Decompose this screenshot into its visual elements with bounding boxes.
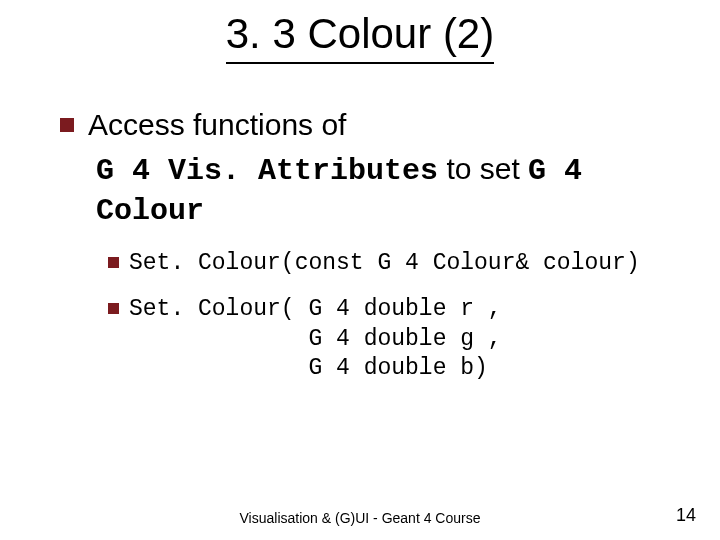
slide-body: Access functions of G 4 Vis. Attributes … <box>0 64 720 384</box>
bullet-l1-cont-plain: to set <box>438 152 528 185</box>
bullet-l1: Access functions of <box>60 106 670 144</box>
subitem-0-text: Set. Colour(const G 4 Colour& colour) <box>129 249 640 279</box>
page-number: 14 <box>676 505 696 526</box>
subitems: Set. Colour(const G 4 Colour& colour) Se… <box>60 249 670 385</box>
square-bullet-icon <box>108 257 119 268</box>
subitem-1-text: Set. Colour( G 4 double r , G 4 double g… <box>129 295 502 385</box>
code-g4visattributes: G 4 Vis. Attributes <box>96 154 438 188</box>
slide: 3. 3 Colour (2) Access functions of G 4 … <box>0 0 720 540</box>
title-area: 3. 3 Colour (2) <box>0 0 720 64</box>
bullet-l1-cont: G 4 Vis. Attributes to set G 4 Colour <box>60 150 670 231</box>
bullet-l1-text: Access functions of <box>88 106 346 144</box>
subitem-1: Set. Colour( G 4 double r , G 4 double g… <box>108 295 670 385</box>
footer-text: Visualisation & (G)UI - Geant 4 Course <box>0 510 720 526</box>
subitem-0: Set. Colour(const G 4 Colour& colour) <box>108 249 670 279</box>
slide-title: 3. 3 Colour (2) <box>226 10 494 64</box>
square-bullet-icon <box>60 118 74 132</box>
square-bullet-icon <box>108 303 119 314</box>
